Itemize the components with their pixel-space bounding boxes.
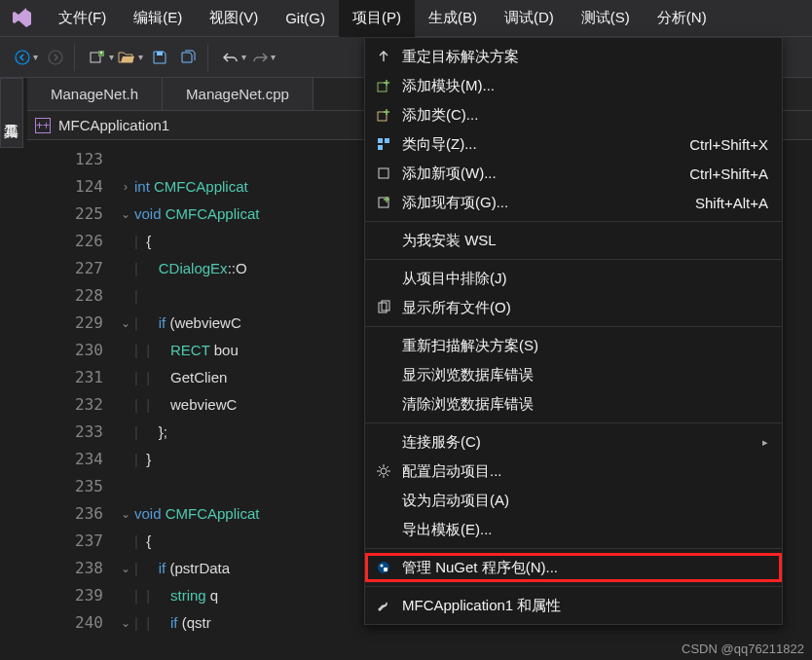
menu-item-label: 添加新项(W)... xyxy=(402,165,497,183)
menu-item[interactable]: Git(G) xyxy=(272,0,339,37)
redo-button[interactable] xyxy=(251,45,277,70)
scope-label[interactable]: MFCApplication1 xyxy=(58,117,169,133)
add-new-item-icon xyxy=(365,165,402,181)
open-file-button[interactable] xyxy=(118,45,143,70)
menu-item[interactable]: 显示浏览数据库错误 xyxy=(365,360,782,389)
show-all-files-icon xyxy=(365,300,402,315)
svg-point-1 xyxy=(49,51,62,64)
menu-item-label: 设为启动项目(A) xyxy=(402,492,509,510)
new-project-button[interactable] xyxy=(89,45,114,70)
scope-icon: ++ xyxy=(35,118,51,133)
svg-point-0 xyxy=(16,51,29,64)
tab-managenet-cpp[interactable]: ManageNet.cpp xyxy=(163,78,314,110)
menu-item[interactable]: 清除浏览数据库错误 xyxy=(365,389,782,419)
nav-back-button[interactable] xyxy=(14,45,39,70)
menu-item-label: 显示所有文件(O) xyxy=(402,299,511,317)
menu-item-label: 连接服务(C) xyxy=(402,433,481,452)
nuget-icon xyxy=(365,560,402,575)
menu-item-label: 添加模块(M)... xyxy=(402,77,495,95)
menu-shortcut: Shift+Alt+A xyxy=(695,195,768,211)
svg-rect-8 xyxy=(385,138,389,143)
svg-rect-6 xyxy=(378,112,387,121)
project-menu: 重定目标解决方案添加模块(M)...添加类(C)...类向导(Z)...Ctrl… xyxy=(364,37,783,625)
menu-item-label: 重新扫描解决方案(S) xyxy=(402,337,538,355)
menu-item-label: 添加类(C)... xyxy=(402,106,478,125)
menu-item[interactable]: 项目(P) xyxy=(339,0,415,37)
menu-item[interactable]: 测试(S) xyxy=(568,0,644,37)
save-all-button[interactable] xyxy=(176,45,202,70)
menu-item[interactable]: 设为启动项目(A) xyxy=(365,486,782,515)
menu-item[interactable]: 视图(V) xyxy=(196,0,272,37)
svg-point-16 xyxy=(381,565,384,568)
menu-item[interactable]: 类向导(Z)...Ctrl+Shift+X xyxy=(365,129,782,159)
undo-button[interactable] xyxy=(222,45,247,70)
menubar: 文件(F)编辑(E)视图(V)Git(G)项目(P)生成(B)调试(D)测试(S… xyxy=(0,0,812,37)
menu-item-label: 导出模板(E)... xyxy=(402,521,493,539)
menu-item[interactable]: MFCApplication1 和属性 xyxy=(365,591,782,620)
svg-point-14 xyxy=(381,468,387,474)
svg-rect-9 xyxy=(378,145,383,150)
menu-item[interactable]: 连接服务(C) xyxy=(365,427,782,457)
svg-rect-7 xyxy=(378,138,383,143)
menu-item[interactable]: 调试(D) xyxy=(491,0,568,37)
add-class-icon xyxy=(365,107,402,123)
properties-icon xyxy=(365,598,402,613)
add-module-icon xyxy=(365,78,402,93)
svg-rect-4 xyxy=(157,52,163,55)
add-existing-item-icon xyxy=(365,195,402,210)
menu-item[interactable]: 管理 NuGet 程序包(N)... xyxy=(365,553,782,582)
svg-rect-10 xyxy=(379,168,388,178)
watermark: CSDN @qq76211822 xyxy=(682,642,804,656)
tab-managenet-h[interactable]: ManageNet.h xyxy=(27,78,163,110)
menu-item[interactable]: 文件(F) xyxy=(45,0,120,37)
menu-item-label: MFCApplication1 和属性 xyxy=(402,597,561,615)
menu-item-label: 清除浏览数据库错误 xyxy=(402,395,534,414)
retarget-icon xyxy=(365,49,402,64)
menu-item-label: 从项目中排除(J) xyxy=(402,270,507,288)
nav-forward-button[interactable] xyxy=(43,45,68,70)
menu-item[interactable]: 添加现有项(G)...Shift+Alt+A xyxy=(365,188,782,217)
menu-item[interactable]: 添加模块(M)... xyxy=(365,71,782,100)
svg-point-15 xyxy=(378,562,389,573)
toolbox-tab[interactable]: 工具箱 xyxy=(0,78,23,148)
menu-item-label: 类向导(Z)... xyxy=(402,135,477,154)
menu-item-label: 配置启动项目... xyxy=(402,462,502,481)
line-number-gutter: 1231242252262272282292302312322332342352… xyxy=(27,140,117,660)
menu-item[interactable]: 添加新项(W)...Ctrl+Shift+A xyxy=(365,159,782,188)
menu-item-label: 为我安装 WSL xyxy=(402,232,497,250)
menu-item-label: 管理 NuGet 程序包(N)... xyxy=(402,559,558,577)
menu-item[interactable]: 从项目中排除(J) xyxy=(365,264,782,293)
vs-logo-icon xyxy=(0,8,45,29)
svg-rect-5 xyxy=(378,83,387,92)
menu-item[interactable]: 配置启动项目... xyxy=(365,457,782,486)
menu-item[interactable]: 编辑(E) xyxy=(120,0,196,37)
menu-item[interactable]: 重新扫描解决方案(S) xyxy=(365,331,782,360)
menu-item-label: 显示浏览数据库错误 xyxy=(402,366,534,385)
menu-item-label: 添加现有项(G)... xyxy=(402,194,508,212)
class-wizard-icon xyxy=(365,136,402,152)
menu-item[interactable]: 添加类(C)... xyxy=(365,100,782,129)
menu-item[interactable]: 显示所有文件(O) xyxy=(365,293,782,322)
menu-item[interactable]: 分析(N) xyxy=(644,0,720,37)
menu-item[interactable]: 重定目标解决方案 xyxy=(365,42,782,71)
menu-item[interactable]: 生成(B) xyxy=(415,0,491,37)
configure-startup-icon xyxy=(365,463,402,479)
save-button[interactable] xyxy=(147,45,172,70)
menu-shortcut: Ctrl+Shift+X xyxy=(689,136,768,153)
menu-item-label: 重定目标解决方案 xyxy=(402,48,519,66)
menu-item[interactable]: 导出模板(E)... xyxy=(365,515,782,544)
menu-shortcut: Ctrl+Shift+A xyxy=(689,165,768,182)
menu-item[interactable]: 为我安装 WSL xyxy=(365,226,782,255)
svg-rect-17 xyxy=(384,568,388,571)
